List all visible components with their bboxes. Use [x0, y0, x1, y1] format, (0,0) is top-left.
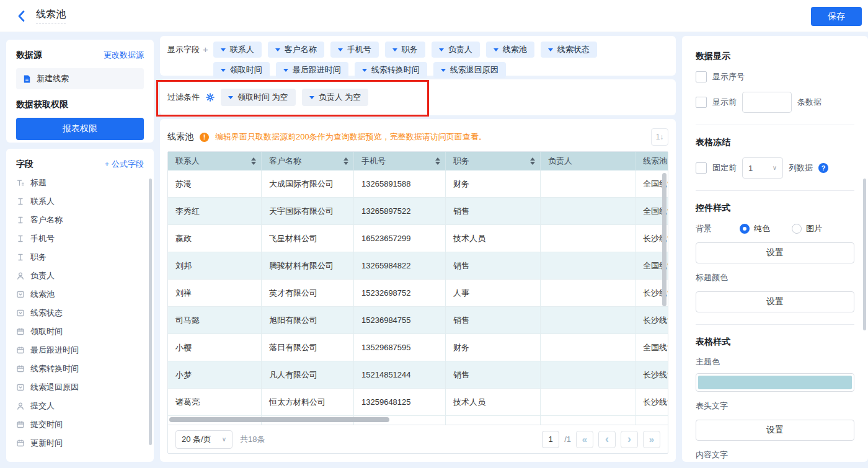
sort-arrows-icon[interactable]	[432, 157, 440, 165]
background-label: 背景	[696, 223, 712, 234]
report-permission-button[interactable]: 报表权限	[16, 118, 144, 140]
radio-solid-color[interactable]	[740, 224, 750, 234]
table-row[interactable]: 刘禅 英才有限公司 15232698752 人事 长沙线索池	[168, 280, 668, 307]
display-field-chip[interactable]: 领取时间	[213, 62, 270, 78]
change-datasource-link[interactable]: 更改数据源	[104, 50, 144, 61]
chip-label: 线索退回原因	[450, 64, 498, 76]
display-field-chip[interactable]: 负责人	[432, 42, 480, 58]
display-field-chip[interactable]: 线索退回原因	[433, 62, 506, 78]
column-header[interactable]: 职务	[446, 152, 541, 170]
field-item[interactable]: 联系人	[16, 192, 144, 211]
table-row[interactable]: 嬴政 飞星材料公司 16523657299 技术人员 长沙线索池	[168, 225, 668, 252]
prev-page-button[interactable]	[598, 431, 616, 448]
display-field-chip[interactable]: 客户名称	[268, 42, 324, 58]
table-row[interactable]: 苏漫 大成国际有限公司 13265891588 财务 全国线索池	[168, 170, 668, 198]
field-item[interactable]: 负责人	[16, 267, 144, 285]
date-icon	[16, 439, 25, 448]
field-item[interactable]: 线索状态	[16, 304, 144, 322]
formula-field-link[interactable]: + 公式字段	[105, 159, 144, 170]
fix-columns-checkbox[interactable]	[696, 162, 707, 174]
add-display-field-button[interactable]: +	[203, 42, 208, 58]
gear-icon[interactable]	[206, 93, 215, 102]
field-item[interactable]: 提交时间	[16, 415, 144, 434]
cell-contact: 小樱	[168, 334, 262, 361]
show-index-checkbox[interactable]	[696, 71, 707, 82]
fix-columns-select[interactable]: 1	[742, 157, 783, 179]
chip-label: 负责人	[448, 44, 472, 55]
field-item[interactable]: 客户名称	[16, 211, 144, 229]
radio-image[interactable]	[792, 224, 802, 234]
display-field-chip[interactable]: 最后跟进时间	[276, 62, 348, 78]
column-header[interactable]: 负责人	[541, 152, 636, 170]
column-header[interactable]: 手机号	[354, 152, 446, 170]
sort-arrows-icon[interactable]	[526, 157, 535, 165]
header-text-set-button[interactable]: 设置	[696, 420, 854, 441]
filter-chip[interactable]: 负责人 为空	[302, 89, 369, 106]
save-button[interactable]: 保存	[811, 7, 862, 26]
first-page-button[interactable]	[576, 431, 593, 448]
background-set-button[interactable]: 设置	[696, 242, 854, 263]
field-item[interactable]: 手机号	[16, 229, 144, 248]
display-field-chip[interactable]: 职务	[385, 42, 425, 58]
help-icon[interactable]	[818, 163, 828, 173]
show-first-count-input[interactable]	[742, 92, 792, 113]
field-item[interactable]: 线索退回原因	[16, 378, 144, 397]
text-icon	[16, 253, 25, 262]
divider	[696, 125, 854, 125]
table-row[interactable]: 司马懿 旭阳有限公司 15236984755 销售 长沙线索池	[168, 307, 668, 334]
table-viewport: 联系人 客户名称 手机号	[168, 152, 668, 425]
page-size-select[interactable]: 20 条/页	[175, 430, 232, 449]
display-field-chip[interactable]: 线索转换时间	[355, 62, 427, 78]
sort-arrows-icon[interactable]	[247, 157, 256, 165]
back-button[interactable]	[17, 11, 25, 22]
chip-label: 手机号	[347, 44, 371, 55]
display-field-chip[interactable]: 线索状态	[541, 42, 597, 58]
table-vertical-scrollbar[interactable]	[662, 173, 666, 306]
cell-pool: 长沙线索池	[636, 361, 668, 388]
cell-contact: 司马懿	[168, 307, 262, 333]
table-row[interactable]: 诸葛亮 恒太方材料公司 13259648125 技术人员 长沙线索池	[168, 389, 668, 416]
title-color-set-button[interactable]: 设置	[696, 291, 854, 312]
filter-chip[interactable]: 领取时间 为空	[221, 89, 296, 106]
current-page-input[interactable]: 1	[542, 431, 559, 448]
field-label: 手机号	[30, 233, 55, 244]
column-header[interactable]: 联系人	[168, 152, 262, 170]
field-item[interactable]: 职务	[16, 248, 144, 267]
fix-first-label: 固定前	[712, 162, 737, 174]
chevron-left-icon	[17, 11, 25, 22]
table-row[interactable]: 小樱 落日有限公司 13529687595 财务 全国线索池	[168, 334, 668, 361]
datasource-item[interactable]: 新建线索	[16, 68, 144, 89]
table-row[interactable]: 李秀红 天宇国际有限公司 13265897522 销售 全国线索池	[168, 198, 668, 225]
column-label: 职务	[453, 156, 469, 167]
field-item[interactable]: 线索转换时间	[16, 360, 144, 378]
table-horizontal-scrollbar[interactable]	[169, 417, 389, 422]
field-item[interactable]: 标题	[16, 174, 144, 192]
field-list: 标题 联系人 客户名称 手机号	[16, 174, 144, 453]
sort-arrows-icon[interactable]	[340, 157, 348, 165]
display-field-chip[interactable]: 手机号	[330, 42, 379, 58]
field-item[interactable]: 线索池	[16, 285, 144, 304]
table-row[interactable]: 小梦 凡人有限公司 15214851244 销售 长沙线索池	[168, 361, 668, 389]
field-item[interactable]: 领取时间	[16, 322, 144, 341]
column-header[interactable]: 线索池	[636, 152, 668, 170]
field-item[interactable]: 提交人	[16, 397, 144, 415]
show-first-checkbox[interactable]	[696, 97, 707, 108]
field-item[interactable]: 最后跟进时间	[16, 341, 144, 360]
settings-scrollbar[interactable]	[863, 179, 866, 330]
sort-order-button[interactable]: 1↓	[651, 128, 668, 146]
theme-color-swatch[interactable]	[696, 373, 854, 392]
display-field-chip[interactable]: 联系人	[213, 42, 262, 58]
next-page-button[interactable]	[621, 431, 638, 448]
cell-customer: 落日有限公司	[262, 334, 354, 361]
cell-job: 销售	[446, 252, 541, 279]
display-field-chip[interactable]: 线索池	[486, 42, 534, 58]
chevron-down-icon	[228, 96, 233, 99]
data-display-heading: 数据显示	[696, 51, 854, 62]
last-page-button[interactable]	[643, 431, 660, 448]
column-header[interactable]: 客户名称	[262, 152, 354, 170]
field-item[interactable]: 更新时间	[16, 434, 144, 453]
table-row[interactable]: 刘邦 腾骏材料有限公司 13265984822 销售 全国线索池	[168, 252, 668, 280]
column-label: 手机号	[361, 156, 386, 167]
fields-scrollbar[interactable]	[149, 179, 152, 445]
page-title[interactable]: 线索池	[36, 8, 66, 24]
